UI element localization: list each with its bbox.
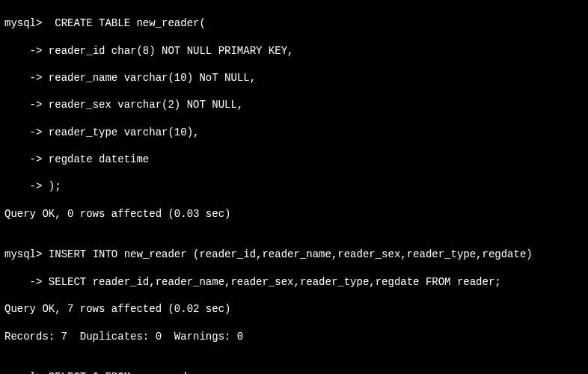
mysql-prompt: mysql> — [4, 17, 42, 29]
cont-prompt: -> — [4, 180, 42, 192]
insert-line-2: -> SELECT reader_id,reader_name,reader_s… — [4, 275, 584, 289]
insert-result-1: Query OK, 7 rows affected (0.02 sec) — [4, 302, 584, 316]
create-table-line-2: -> reader_id char(8) NOT NULL PRIMARY KE… — [4, 44, 584, 58]
create-table-line-6: -> regdate datetime — [4, 153, 584, 166]
create-table-line-5: -> reader_type varchar(10), — [4, 126, 584, 139]
cont-prompt: -> — [4, 72, 42, 84]
insert-result-2: Records: 7 Duplicates: 0 Warnings: 0 — [4, 330, 584, 343]
sql-text: reader_sex varchar(2) NOT NULL, — [42, 99, 243, 111]
mysql-prompt: mysql> — [4, 371, 42, 374]
cont-prompt: -> — [4, 45, 42, 57]
create-table-line-1: mysql> CREATE TABLE new_reader( — [4, 16, 584, 30]
mysql-prompt: mysql> — [4, 248, 42, 260]
sql-text: reader_id char(8) NOT NULL PRIMARY KEY, — [42, 45, 293, 57]
sql-text: regdate datetime — [42, 153, 149, 165]
cont-prompt: -> — [4, 276, 42, 288]
create-table-line-4: -> reader_sex varchar(2) NOT NULL, — [4, 98, 584, 111]
insert-line-1: mysql> INSERT INTO new_reader (reader_id… — [4, 248, 584, 261]
sql-text: reader_type varchar(10), — [42, 126, 199, 138]
create-result: Query OK, 0 rows affected (0.03 sec) — [4, 207, 584, 221]
sql-text: reader_name varchar(10) NoT NULL, — [42, 72, 256, 84]
sql-text: SELECT * FROM new_reader; — [42, 371, 205, 374]
select-line: mysql> SELECT * FROM new_reader; — [4, 370, 584, 374]
cont-prompt: -> — [4, 153, 42, 165]
sql-text: INSERT INTO new_reader (reader_id,reader… — [42, 248, 532, 260]
create-table-line-7: -> ); — [4, 180, 584, 193]
sql-text: SELECT reader_id,reader_name,reader_sex,… — [42, 276, 500, 288]
create-table-line-3: -> reader_name varchar(10) NoT NULL, — [4, 71, 584, 85]
cont-prompt: -> — [4, 99, 42, 111]
cont-prompt: -> — [4, 126, 42, 138]
sql-text: CREATE TABLE new_reader( — [42, 17, 205, 29]
sql-text: ); — [42, 180, 61, 192]
mysql-terminal[interactable]: mysql> CREATE TABLE new_reader( -> reade… — [0, 0, 588, 374]
